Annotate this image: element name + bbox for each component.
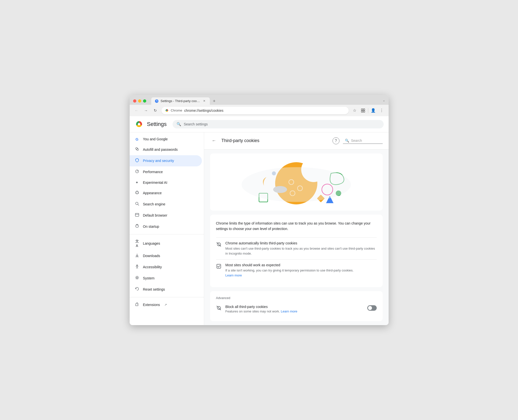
content-search-bar[interactable]: 🔍 Search (343, 138, 383, 144)
sidebar-item-appearance[interactable]: Appearance (130, 188, 202, 199)
sidebar-label-languages: Languages (143, 241, 160, 245)
settings-header: Settings 🔍 Search settings (130, 116, 389, 132)
sidebar-item-downloads[interactable]: Downloads (130, 250, 202, 262)
option-most-sites-desc: If a site isn't working, you can try giv… (225, 268, 377, 278)
sidebar-item-system[interactable]: System (130, 273, 202, 284)
browser-window: Settings - Third-party cookie ✕ + ⌄ ← → … (130, 95, 389, 325)
option-most-sites-content: Most sites should work as expected If a … (225, 263, 377, 278)
advanced-label: Advanced (216, 296, 377, 300)
sidebar-label-appearance: Appearance (143, 191, 162, 195)
sidebar-label-extensions: Extensions (143, 303, 160, 307)
block-all-title: Block all third-party cookies (225, 305, 363, 309)
cookie-svg (234, 157, 358, 207)
block-all-toggle[interactable] (367, 305, 377, 311)
option-auto-limit: Chrome automatically limits third-party … (216, 237, 377, 259)
sidebar-item-reset[interactable]: Reset settings (130, 284, 202, 295)
languages-icon: 文A (135, 239, 140, 248)
downloads-icon (135, 253, 140, 259)
sidebar-item-on-startup[interactable]: On startup (130, 221, 202, 232)
chrome-label: Chrome (171, 109, 182, 112)
sidebar-label-privacy: Privacy and security (143, 159, 174, 163)
extensions-sidebar-icon (135, 302, 140, 308)
content-search-placeholder: Search (351, 139, 362, 143)
sidebar-label-reset: Reset settings (143, 287, 165, 291)
settings-search-bar[interactable]: 🔍 Search settings (173, 120, 384, 128)
help-button[interactable]: ? (333, 137, 339, 144)
refresh-button[interactable]: ↻ (152, 107, 159, 114)
learn-more-link-2[interactable]: Learn more (281, 309, 297, 313)
svg-point-12 (137, 191, 137, 192)
main-content: ← Third-party cookies ? 🔍 Search (204, 132, 389, 325)
content-search-icon: 🔍 (345, 139, 349, 143)
content-back-button[interactable]: ← (210, 137, 218, 145)
address-bar[interactable]: Chrome chrome://settings/cookies (161, 107, 349, 114)
sidebar-item-performance[interactable]: Performance (130, 166, 202, 178)
svg-point-22 (136, 277, 138, 278)
tab-favicon (155, 99, 159, 103)
eye-off-icon-2 (216, 305, 222, 312)
svg-line-16 (138, 204, 139, 205)
description-text: Chrome limits the type of information si… (216, 221, 377, 232)
menu-icon[interactable]: ⋮ (378, 107, 385, 114)
reset-icon (135, 287, 140, 292)
option-auto-limit-title: Chrome automatically limits third-party … (225, 241, 377, 245)
nav-divider (368, 108, 368, 113)
address-text: chrome://settings/cookies (184, 109, 345, 113)
autofill-icon (135, 147, 140, 153)
settings-title: Settings (147, 121, 167, 127)
content-title: Third-party cookies (222, 138, 329, 143)
close-button[interactable] (133, 99, 136, 103)
sidebar-label-search-engine: Search engine (143, 202, 165, 206)
sidebar-item-languages[interactable]: 文A Languages (130, 236, 202, 250)
sidebar-divider-2 (130, 297, 204, 297)
search-placeholder: Search settings (184, 122, 208, 126)
checkbox-icon (216, 264, 222, 270)
svg-rect-2 (361, 109, 363, 110)
sidebar-label-autofill: Autofill and passwords (143, 148, 178, 152)
sidebar-item-accessibility[interactable]: Accessibility (130, 262, 202, 273)
bookmark-icon[interactable]: ☆ (351, 107, 358, 114)
sidebar-label-accessibility: Accessibility (143, 265, 162, 269)
browser-icon (135, 213, 140, 218)
maximize-button[interactable] (143, 99, 146, 103)
active-tab[interactable]: Settings - Third-party cookie ✕ (151, 97, 210, 105)
appearance-icon (135, 190, 140, 196)
tabs-row: Settings - Third-party cookie ✕ + (151, 97, 380, 105)
minimize-button[interactable] (138, 99, 141, 103)
sidebar-label-experimental-ai: Experimental AI (143, 181, 167, 185)
sidebar-item-experimental-ai[interactable]: ✦ Experimental AI (130, 178, 202, 188)
description-area: Chrome limits the type of information si… (210, 215, 383, 287)
content-header: ← Third-party cookies ? 🔍 Search (204, 132, 389, 150)
chrome-logo-icon (165, 109, 169, 113)
forward-button[interactable]: → (143, 107, 149, 114)
sidebar-label-downloads: Downloads (143, 254, 160, 258)
option-most-sites-title: Most sites should work as expected (225, 263, 377, 267)
traffic-lights (133, 99, 146, 103)
svg-point-21 (137, 265, 138, 266)
ai-icon: ✦ (135, 180, 140, 185)
option-auto-limit-desc: Most sites can't use third-party cookies… (225, 246, 377, 256)
nav-icons-right: ☆ 👤 ⋮ (351, 107, 385, 114)
tab-title: Settings - Third-party cookie (161, 99, 200, 103)
back-button[interactable]: ← (133, 107, 140, 114)
svg-point-35 (242, 167, 351, 202)
performance-icon (135, 169, 140, 175)
sidebar-item-default-browser[interactable]: Default browser (130, 210, 202, 221)
tab-close-button[interactable]: ✕ (202, 99, 206, 103)
sidebar-item-privacy[interactable]: Privacy and security (130, 155, 202, 166)
profile-icon[interactable]: 👤 (370, 107, 377, 114)
sidebar-item-extensions[interactable]: Extensions ↗ (130, 299, 202, 310)
svg-rect-5 (363, 111, 365, 112)
new-tab-button[interactable]: + (211, 98, 218, 105)
settings-body: G You and Google Autofill and passwords (130, 132, 389, 325)
extensions-icon[interactable] (360, 107, 367, 114)
window-chevron[interactable]: ⌄ (383, 99, 385, 104)
learn-more-link-1[interactable]: Learn more (225, 273, 242, 277)
title-bar: Settings - Third-party cookie ✕ + ⌄ (130, 95, 389, 105)
sidebar-item-you-and-google[interactable]: G You and Google (130, 134, 202, 144)
sidebar-item-search-engine[interactable]: Search engine (130, 199, 202, 210)
sidebar-item-autofill[interactable]: Autofill and passwords (130, 144, 202, 155)
svg-point-7 (138, 123, 140, 125)
svg-rect-17 (135, 213, 139, 216)
google-icon: G (135, 137, 140, 141)
